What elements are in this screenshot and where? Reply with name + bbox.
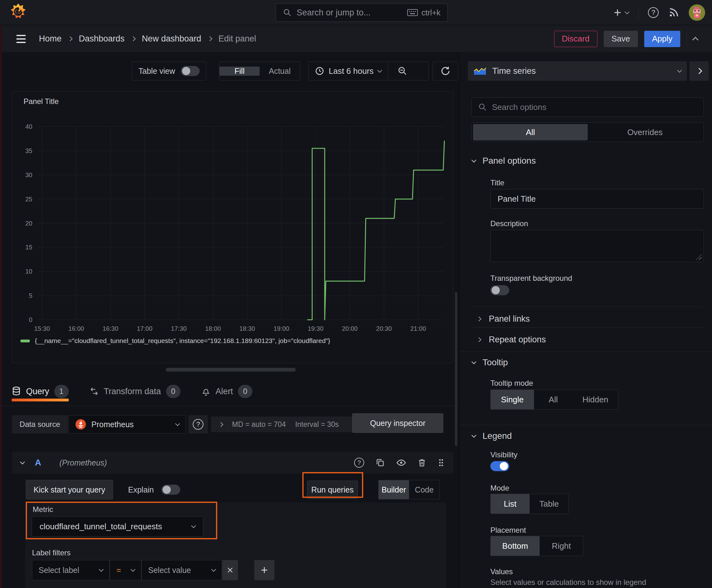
query-datasource-hint: (Prometheus) (59, 458, 343, 467)
label-filter-label-select[interactable]: Select label (32, 560, 110, 580)
panel-links-section[interactable]: Panel links (477, 309, 530, 329)
query-row-header[interactable]: A (Prometheus) ? (12, 452, 453, 474)
breadcrumb-new-dashboard[interactable]: New dashboard (142, 34, 201, 44)
transparent-bg-toggle[interactable] (490, 285, 509, 295)
chart-legend[interactable]: {__name__="cloudflared_tunnel_total_requ… (20, 337, 330, 344)
svg-text:15:30: 15:30 (34, 325, 50, 332)
panel-title-input[interactable]: Panel Title (490, 189, 704, 209)
user-avatar[interactable] (689, 4, 705, 21)
scrollbar[interactable] (455, 292, 457, 446)
label-filter-value-select[interactable]: Select value (142, 560, 222, 580)
query-inspector-button[interactable]: Query inspector (352, 413, 443, 433)
resize-grip-icon[interactable] (696, 254, 702, 260)
datasource-picker[interactable]: Prometheus (68, 415, 186, 434)
top-actions: ? (613, 0, 705, 25)
svg-text:40: 40 (25, 123, 33, 130)
section-tooltip[interactable]: Tooltip (472, 357, 508, 368)
svg-text:5: 5 (29, 292, 33, 299)
tooltip-single-option[interactable]: Single (491, 390, 534, 409)
global-search-input[interactable]: Search or jump to... ctrl+k (276, 3, 448, 22)
legend-visibility-toggle[interactable] (490, 461, 509, 471)
description-textarea[interactable] (490, 230, 704, 262)
clock-icon (315, 66, 324, 76)
tab-all[interactable]: All (473, 124, 588, 141)
transparent-bg-label: Transparent background (490, 274, 572, 283)
explain-toggle[interactable] (161, 485, 180, 495)
tab-alert[interactable]: Alert 0 (201, 377, 253, 406)
tab-transform-data[interactable]: Transform data 0 (89, 377, 180, 406)
trash-icon[interactable] (417, 458, 426, 467)
tab-query[interactable]: Query 1 (12, 377, 69, 406)
kick-start-query-button[interactable]: Kick start your query (26, 480, 113, 499)
time-range-picker[interactable]: Last 6 hours (308, 62, 429, 80)
builder-option[interactable]: Builder (379, 480, 409, 499)
title-field-label: Title (490, 178, 504, 187)
zoom-out-button[interactable] (392, 62, 412, 80)
panel-title[interactable]: Panel Title (24, 97, 59, 106)
options-search-input[interactable]: Search options (472, 97, 704, 117)
query-count-badge: 1 (54, 385, 69, 398)
prometheus-icon (75, 419, 86, 430)
search-icon (283, 8, 292, 17)
placement-right-option[interactable]: Right (540, 536, 583, 555)
mode-table-option[interactable]: Table (530, 494, 568, 513)
duplicate-icon[interactable] (375, 458, 385, 467)
chevron-down-icon (191, 523, 196, 528)
legend-series-label[interactable]: {__name__="cloudflared_tunnel_total_requ… (35, 337, 330, 344)
refresh-icon (440, 66, 451, 76)
repeat-options-section[interactable]: Repeat options (477, 330, 546, 349)
svg-text:20:30: 20:30 (376, 325, 392, 332)
query-options-bar[interactable]: MD = auto = 704 Interval = 30s (211, 417, 353, 432)
fill-option[interactable]: Fill (219, 67, 260, 76)
datasource-name: Prometheus (91, 420, 171, 429)
svg-text:30: 30 (25, 171, 33, 178)
section-panel-options[interactable]: Panel options (472, 156, 536, 166)
tab-overrides[interactable]: Overrides (588, 124, 702, 141)
actual-option[interactable]: Actual (260, 67, 300, 76)
datasource-label: Data source (12, 415, 68, 434)
add-filter-button[interactable] (254, 560, 274, 580)
add-new-button[interactable] (613, 8, 629, 17)
collapse-icon[interactable] (20, 459, 25, 464)
collapse-options-button[interactable] (689, 61, 709, 81)
pane-resize-handle[interactable] (166, 368, 296, 372)
code-option[interactable]: Code (409, 480, 439, 499)
breadcrumb-dashboards[interactable]: Dashboards (79, 34, 125, 44)
select-value-placeholder: Select value (148, 566, 207, 575)
tooltip-hidden-option[interactable]: Hidden (573, 390, 618, 409)
datasource-help-button[interactable]: ? (188, 415, 208, 434)
metric-select[interactable]: cloudflared_tunnel_total_requests (32, 517, 203, 537)
tab-alert-label: Alert (216, 387, 233, 396)
news-rss-button[interactable] (668, 7, 679, 18)
query-help-icon[interactable]: ? (354, 458, 364, 468)
discard-button[interactable]: Discard (554, 31, 598, 47)
svg-text:19:30: 19:30 (308, 325, 323, 332)
eye-icon[interactable] (396, 458, 406, 468)
breadcrumb-home[interactable]: Home (39, 34, 62, 44)
apply-button[interactable]: Apply (644, 31, 680, 47)
visualization-picker[interactable]: Time series (468, 61, 687, 81)
tooltip-all-option[interactable]: All (534, 390, 573, 409)
refresh-button[interactable] (433, 62, 458, 80)
timeseries-viz-icon (473, 66, 487, 76)
grafana-logo-icon[interactable] (9, 3, 27, 22)
mode-list-option[interactable]: List (491, 494, 530, 513)
remove-filter-button[interactable] (222, 560, 238, 580)
menu-toggle-icon[interactable] (16, 35, 26, 43)
chevron-up-icon[interactable] (692, 37, 698, 43)
table-view-toggle[interactable] (181, 66, 200, 76)
svg-text:35: 35 (25, 147, 33, 154)
label-filter-operator-select[interactable]: = (110, 560, 141, 580)
run-queries-button[interactable]: Run queries (307, 481, 358, 499)
time-series-chart[interactable]: 051015202530354015:3016:0016:3017:0017:3… (12, 91, 454, 363)
section-legend[interactable]: Legend (472, 431, 512, 441)
save-button[interactable]: Save (604, 31, 638, 47)
transform-count-badge: 0 (166, 385, 180, 398)
svg-text:20: 20 (25, 220, 33, 227)
drag-handle-icon[interactable] (438, 458, 445, 467)
panel-preview: 051015202530354015:3016:0016:3017:0017:3… (12, 91, 453, 363)
help-button[interactable]: ? (648, 7, 659, 18)
label-filters-label: Label filters (32, 548, 71, 557)
placement-label: Placement (490, 526, 526, 534)
placement-bottom-option[interactable]: Bottom (491, 536, 540, 555)
